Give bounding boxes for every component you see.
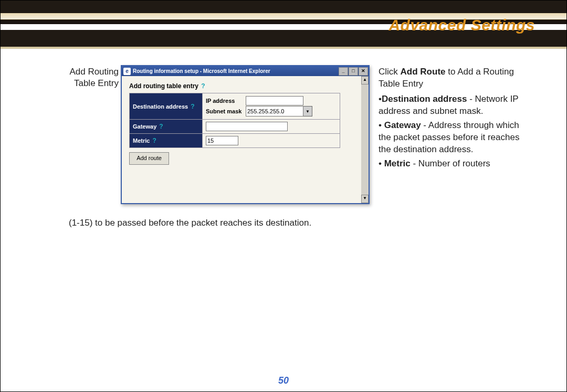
window-buttons: _ □ ✕	[339, 67, 369, 76]
minimize-button[interactable]: _	[339, 67, 348, 76]
gateway-value-cell	[203, 120, 340, 134]
ie-icon: e	[123, 68, 131, 75]
page-number: 50	[1, 375, 566, 386]
window-content: Add routing table entry ? Destination ad…	[122, 76, 361, 203]
routing-form-table: Destination address ? IP address Subnet …	[129, 93, 340, 148]
header-band	[1, 1, 566, 13]
metric-input[interactable]	[206, 136, 238, 145]
form-heading: Add routing table entry ?	[129, 82, 356, 90]
metric-label: Metric	[133, 137, 150, 144]
table-row: Gateway ?	[130, 120, 340, 134]
form-heading-text: Add routing table entry	[129, 82, 198, 90]
desc-p3: • Gateway - Address through which the pa…	[379, 120, 520, 156]
subnet-mask-value: 255.255.255.0	[246, 106, 303, 116]
desc-p2: •Destination address - Network IP addres…	[379, 93, 520, 118]
ip-address-input[interactable]	[246, 96, 303, 105]
window-title: Routing information setup - Microsoft In…	[133, 68, 270, 74]
table-row: Metric ?	[130, 134, 340, 148]
metric-label-cell: Metric ?	[130, 134, 203, 148]
gateway-label: Gateway	[133, 123, 156, 130]
left-caption-line1: Add Routing	[69, 67, 119, 77]
subnet-mask-label: Subnet mask	[206, 108, 246, 114]
maximize-button[interactable]: □	[349, 67, 358, 76]
header-band	[1, 47, 566, 49]
description-column: Click Add Route to Add a Routing Table E…	[379, 66, 520, 170]
scroll-up-button[interactable]: ▲	[361, 76, 369, 84]
help-icon[interactable]: ?	[152, 137, 156, 144]
scrollbar[interactable]: ▲ ▼	[361, 76, 369, 203]
help-icon[interactable]: ?	[201, 82, 205, 90]
dest-address-label-cell: Destination address ?	[130, 93, 203, 120]
browser-window: e Routing information setup - Microsoft …	[121, 65, 370, 204]
add-route-button[interactable]: Add route	[129, 152, 169, 165]
table-row: Destination address ? IP address Subnet …	[130, 93, 340, 120]
scroll-down-button[interactable]: ▼	[361, 195, 369, 203]
metric-value-cell	[203, 134, 340, 148]
gateway-label-cell: Gateway ?	[130, 120, 203, 134]
desc-continuation: (1-15) to be passed before the packet re…	[69, 218, 311, 228]
window-titlebar: e Routing information setup - Microsoft …	[122, 66, 369, 76]
ip-address-label: IP address	[206, 98, 246, 104]
help-icon[interactable]: ?	[159, 123, 163, 130]
close-button[interactable]: ✕	[359, 67, 368, 76]
page-title: Advanced Settings	[388, 16, 535, 34]
manual-page: Advanced Settings Add Routing Table Entr…	[0, 0, 567, 392]
subnet-mask-select[interactable]: 255.255.255.0 ▼	[246, 106, 312, 116]
desc-p4: • Metric - Number of routers	[379, 158, 520, 170]
dest-address-label: Destination address	[133, 103, 188, 110]
help-icon[interactable]: ?	[191, 103, 194, 110]
gateway-input[interactable]	[206, 122, 288, 131]
desc-p1: Click Add Route to Add a Routing Table E…	[379, 66, 520, 90]
chevron-down-icon[interactable]: ▼	[303, 106, 312, 116]
left-caption-line2: Table Entry	[74, 78, 119, 88]
left-caption: Add Routing Table Entry	[56, 66, 119, 89]
dest-address-value-cell: IP address Subnet mask 255.255.255.0 ▼	[203, 93, 340, 120]
